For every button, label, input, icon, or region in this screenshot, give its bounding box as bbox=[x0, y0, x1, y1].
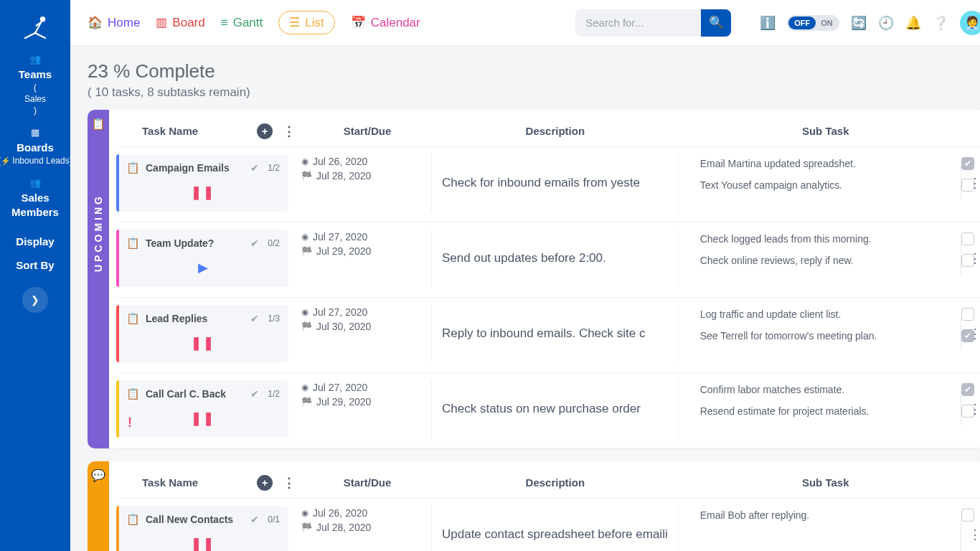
boards-label: Boards bbox=[0, 141, 72, 155]
avatar[interactable]: 🧑‍💼 bbox=[960, 11, 980, 35]
calendar-icon: 📅 bbox=[351, 15, 366, 30]
searchbox: 🔍 bbox=[575, 9, 731, 37]
task-status[interactable]: ▶ bbox=[126, 260, 280, 276]
nav-calendar[interactable]: 📅Calendar bbox=[351, 15, 420, 30]
task-dates: ◉Jul 26, 2020🏁Jul 28, 2020 bbox=[296, 506, 432, 551]
task-status[interactable]: ❚❚ bbox=[126, 536, 280, 551]
search-input[interactable] bbox=[575, 9, 701, 37]
nav-board[interactable]: ▥Board bbox=[156, 15, 204, 30]
header-description: Description bbox=[439, 476, 672, 489]
due-icon: 🏁 bbox=[301, 321, 312, 331]
home-icon: 🏠 bbox=[88, 15, 103, 30]
task-progress-ratio: 0/1 bbox=[268, 514, 280, 524]
play-icon: ▶ bbox=[198, 260, 208, 275]
task-card[interactable]: 📋Call Carl C. Back✔1/2❚❚! bbox=[116, 380, 288, 438]
task-description: Check for inbound emails from yeste bbox=[432, 154, 679, 212]
bell-icon[interactable]: 🔔 bbox=[905, 15, 921, 31]
row-menu-button[interactable]: ⋮ bbox=[961, 242, 980, 275]
subtask-text: See Terrell for tomorrow's meeting plan. bbox=[700, 330, 877, 342]
row-menu-button[interactable]: ⋮ bbox=[961, 317, 980, 350]
subtask-row: Check online reviews, reply if new. bbox=[700, 254, 974, 267]
spine-icon: 💬 bbox=[91, 468, 105, 482]
row-menu-button[interactable]: ⋮ bbox=[961, 518, 980, 551]
subtask-list: Email Bob after replying.⋮ bbox=[679, 506, 980, 551]
task-progress-ratio: 0/2 bbox=[268, 238, 280, 248]
sidebar-display[interactable]: Display bbox=[16, 235, 54, 248]
task-progress-ratio: 1/3 bbox=[268, 314, 280, 324]
users-icon: 👥 bbox=[11, 176, 59, 189]
subtask-text: Email Bob after replying. bbox=[700, 509, 810, 521]
topbar: 🏠Home ▥Board ≡Gantt ☰List 📅Calendar 🔍 ℹ️… bbox=[70, 0, 980, 46]
task-name: Call Carl C. Back bbox=[146, 388, 245, 400]
nav-home[interactable]: 🏠Home bbox=[88, 15, 140, 30]
add-task-button[interactable]: + bbox=[257, 475, 273, 491]
nav-list[interactable]: ☰List bbox=[278, 11, 334, 34]
due-icon: 🏁 bbox=[301, 171, 312, 181]
task-name: Campaign Emails bbox=[146, 162, 245, 174]
gantt-icon: ≡ bbox=[221, 16, 228, 30]
due-date: Jul 29, 2020 bbox=[316, 396, 371, 408]
clipboard-icon: 📋 bbox=[126, 387, 140, 400]
check-icon: ✔ bbox=[250, 388, 259, 400]
check-icon: ✔ bbox=[250, 514, 259, 525]
task-status[interactable]: ❚❚ bbox=[126, 184, 280, 200]
sidebar-sortby[interactable]: Sort By bbox=[16, 259, 54, 271]
spine-icon: 📋 bbox=[91, 117, 105, 131]
task-row: 📋Call New Contacts✔0/1❚❚◉Jul 26, 2020🏁Ju… bbox=[116, 499, 980, 551]
search-button[interactable]: 🔍 bbox=[701, 9, 731, 37]
pause-icon: ❚❚ bbox=[191, 185, 215, 199]
header-task-name: Task Name bbox=[142, 125, 198, 137]
column-menu-button[interactable]: ⋮ bbox=[283, 475, 296, 491]
task-status[interactable]: ❚❚ bbox=[126, 410, 280, 426]
task-dates: ◉Jul 27, 2020🏁Jul 29, 2020 bbox=[296, 230, 432, 287]
row-menu-button[interactable]: ⋮ bbox=[961, 166, 980, 199]
task-row: 📋Team Update?✔0/2▶◉Jul 27, 2020🏁Jul 29, … bbox=[116, 222, 980, 298]
task-status[interactable]: ❚❚ bbox=[126, 335, 280, 351]
nav-gantt[interactable]: ≡Gantt bbox=[221, 16, 263, 30]
completion-summary: 23 % Complete ( 10 tasks, 8 subtasks rem… bbox=[88, 60, 980, 100]
subtask-text: Email Martina updated spreadshet. bbox=[700, 158, 856, 169]
info-icon[interactable]: ℹ️ bbox=[760, 15, 776, 31]
task-card[interactable]: 📋Call New Contacts✔0/1❚❚ bbox=[116, 506, 288, 551]
subtask-row: See Terrell for tomorrow's meeting plan.… bbox=[700, 329, 974, 342]
subtask-row: Check logged leads from this morning. bbox=[700, 232, 974, 245]
grid-icon: ▦ bbox=[0, 126, 72, 139]
subtask-list: Confirm labor matches estimate.✔Resend e… bbox=[679, 380, 980, 438]
task-description: Reply to inbound emails. Check site c bbox=[432, 305, 679, 362]
priority-icon: ! bbox=[128, 415, 132, 430]
add-task-button[interactable]: + bbox=[257, 123, 273, 139]
subtask-row: Email Martina updated spreadshet.✔ bbox=[700, 157, 974, 170]
sidebar-boards[interactable]: ▦ Boards (Inbound Leads) bbox=[0, 126, 72, 166]
task-dates: ◉Jul 26, 2020🏁Jul 28, 2020 bbox=[296, 154, 432, 212]
header-task-name: Task Name bbox=[142, 476, 198, 489]
sidebar-members[interactable]: 👥 Sales Members bbox=[11, 176, 59, 220]
task-card[interactable]: 📋Campaign Emails✔1/2❚❚ bbox=[116, 154, 288, 212]
list-icon: ☰ bbox=[289, 15, 300, 30]
bolt-icon bbox=[1, 156, 12, 166]
due-icon: 🏁 bbox=[301, 397, 312, 407]
task-card[interactable]: 📋Team Update?✔0/2▶ bbox=[116, 230, 288, 287]
pause-icon: ❚❚ bbox=[191, 336, 215, 350]
sync-icon[interactable]: 🔄 bbox=[851, 15, 867, 31]
task-card[interactable]: 📋Lead Replies✔1/3❚❚ bbox=[116, 305, 288, 362]
mode-toggle[interactable]: OFF ON bbox=[787, 15, 839, 31]
completion-remain: ( 10 tasks, 8 subtasks remain) bbox=[88, 85, 980, 100]
task-dates: ◉Jul 27, 2020🏁Jul 29, 2020 bbox=[296, 380, 432, 438]
search-icon: 🔍 bbox=[709, 16, 724, 29]
due-date: Jul 30, 2020 bbox=[316, 321, 371, 332]
pause-icon: ❚❚ bbox=[191, 411, 215, 425]
help-icon[interactable]: ❔ bbox=[933, 15, 948, 31]
task-group: 💬Task Name+⋮Start/DueDescriptionSub Task… bbox=[88, 461, 980, 551]
start-icon: ◉ bbox=[301, 232, 308, 242]
column-menu-button[interactable]: ⋮ bbox=[283, 123, 296, 139]
clock-icon[interactable]: 🕘 bbox=[878, 15, 894, 31]
subtask-text: Resend estimate for project materials. bbox=[700, 405, 870, 417]
sidebar-teams[interactable]: 👥 Teams ( Sales ) bbox=[19, 53, 52, 116]
row-menu-button[interactable]: ⋮ bbox=[961, 392, 980, 425]
sidebar: 👥 Teams ( Sales ) ▦ Boards (Inbound Lead… bbox=[0, 0, 70, 551]
sidebar-collapse-button[interactable]: ❯ bbox=[22, 287, 48, 313]
group-label: UPCOMING bbox=[93, 194, 104, 272]
task-group: 📋UPCOMINGTask Name+⋮Start/DueDescription… bbox=[88, 110, 980, 448]
check-icon: ✔ bbox=[250, 237, 259, 249]
start-date: Jul 27, 2020 bbox=[313, 382, 367, 393]
